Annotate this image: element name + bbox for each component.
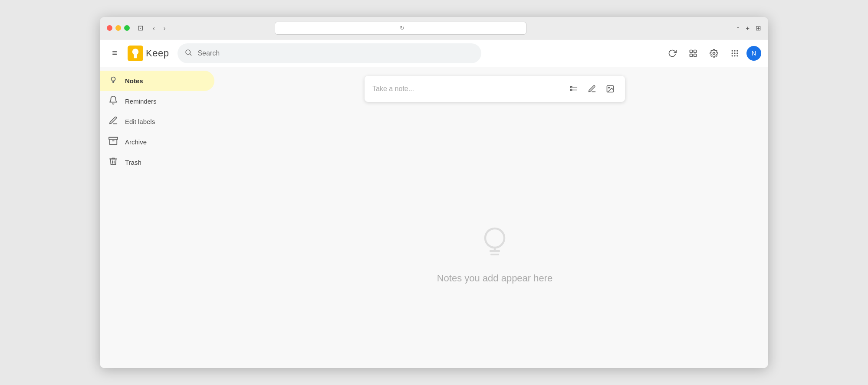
svg-point-9 [732, 50, 733, 51]
svg-rect-1 [134, 57, 137, 58]
empty-state: Notes you add appear here [437, 145, 553, 359]
svg-point-14 [736, 52, 738, 54]
hamburger-menu-button[interactable]: ≡ [107, 46, 122, 61]
svg-rect-7 [694, 54, 697, 56]
empty-state-text: Notes you add appear here [437, 273, 553, 284]
sidebar-item-reminders[interactable]: Reminders [100, 91, 214, 111]
svg-rect-28 [571, 89, 572, 91]
app-body: Notes Reminders [100, 67, 768, 368]
app-container: ≡ Keep [100, 39, 768, 368]
new-drawing-button[interactable] [585, 82, 599, 96]
sidebar: Notes Reminders [100, 67, 221, 368]
close-button[interactable] [107, 25, 112, 31]
browser-back-button[interactable]: ‹ [151, 24, 157, 33]
sidebar-edit-labels-label: Edit labels [125, 118, 155, 125]
browser-window: ⊡ ‹ › ↻ ↑ + ⊞ ≡ Keep [100, 17, 768, 368]
sidebar-archive-label: Archive [125, 138, 147, 146]
svg-rect-22 [109, 137, 118, 140]
svg-point-31 [608, 87, 610, 88]
notes-icon [108, 75, 118, 87]
svg-point-15 [732, 55, 733, 56]
grid-view-button[interactable] [684, 44, 702, 62]
logo-area[interactable]: Keep [128, 46, 169, 61]
sidebar-item-archive[interactable]: Archive [100, 132, 214, 152]
edit-labels-icon [108, 116, 118, 127]
app-header: ≡ Keep [100, 39, 768, 67]
header-right-actions: N [663, 44, 761, 62]
svg-point-12 [732, 52, 733, 54]
address-bar[interactable]: ↻ [275, 22, 526, 35]
search-bar[interactable] [178, 43, 481, 63]
browser-grid-button[interactable]: ⊞ [756, 24, 761, 32]
sidebar-reminders-label: Reminders [125, 98, 157, 105]
browser-right-actions: ↑ + ⊞ [736, 24, 761, 32]
maximize-button[interactable] [124, 25, 130, 31]
sidebar-trash-label: Trash [125, 159, 141, 166]
note-input-placeholder[interactable]: Take a note... [372, 85, 562, 93]
new-image-button[interactable] [603, 82, 617, 96]
svg-rect-6 [690, 54, 693, 56]
refresh-button[interactable] [663, 44, 681, 62]
sidebar-item-trash[interactable]: Trash [100, 152, 214, 173]
note-input-actions [567, 82, 617, 96]
sidebar-item-edit-labels[interactable]: Edit labels [100, 111, 214, 132]
svg-rect-4 [690, 50, 693, 52]
apps-button[interactable] [726, 44, 744, 62]
browser-forward-button[interactable]: › [162, 24, 168, 33]
note-input-card[interactable]: Take a note... [365, 76, 625, 102]
svg-point-11 [736, 50, 738, 51]
avatar-button[interactable]: N [746, 46, 761, 61]
reminders-icon [108, 95, 118, 107]
minimize-button[interactable] [115, 25, 121, 31]
browser-new-tab-button[interactable]: + [746, 24, 750, 32]
main-content: Take a note... [221, 67, 768, 368]
archive-icon [108, 136, 118, 148]
browser-chrome: ⊡ ‹ › ↻ ↑ + ⊞ [100, 17, 768, 39]
new-list-button[interactable] [567, 82, 581, 96]
svg-point-13 [734, 52, 735, 54]
svg-point-17 [736, 55, 738, 56]
svg-line-3 [190, 54, 191, 55]
svg-point-8 [713, 52, 715, 54]
address-refresh-icon: ↻ [400, 25, 404, 31]
empty-state-icon [473, 221, 516, 264]
sidebar-notes-label: Notes [125, 77, 143, 85]
svg-point-18 [111, 77, 115, 81]
search-icon [184, 49, 192, 58]
search-input[interactable] [197, 49, 474, 57]
sidebar-item-notes[interactable]: Notes [100, 71, 214, 91]
keep-logo-icon [128, 46, 143, 61]
svg-point-32 [485, 228, 504, 248]
svg-point-16 [734, 55, 735, 56]
svg-point-10 [734, 50, 735, 51]
svg-rect-5 [694, 50, 697, 52]
svg-rect-26 [571, 86, 572, 88]
browser-share-button[interactable]: ↑ [736, 24, 740, 32]
trash-icon [108, 157, 118, 168]
logo-text: Keep [146, 48, 169, 59]
settings-button[interactable] [705, 44, 723, 62]
browser-sidebar-toggle[interactable]: ⊡ [135, 23, 146, 33]
traffic-lights [107, 25, 130, 31]
